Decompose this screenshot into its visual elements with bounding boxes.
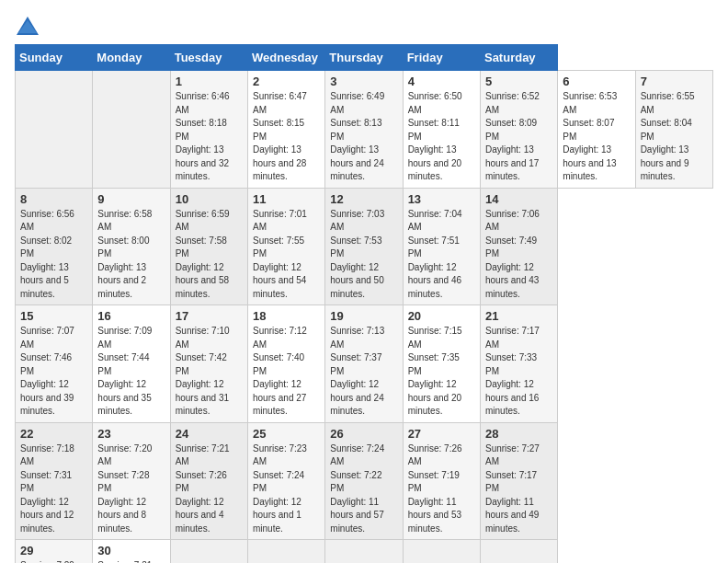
weekday-header-monday: Monday	[93, 45, 170, 71]
calendar-cell: 25Sunrise: 7:23 AMSunset: 7:24 PMDayligh…	[247, 422, 324, 540]
day-number: 4	[408, 75, 475, 88]
day-number: 27	[408, 427, 475, 441]
day-info: Sunrise: 6:46 AMSunset: 8:18 PMDaylight:…	[176, 90, 243, 184]
day-info: Sunrise: 7:27 AMSunset: 7:17 PMDaylight:…	[485, 442, 552, 536]
calendar-cell: 26Sunrise: 7:24 AMSunset: 7:22 PMDayligh…	[325, 422, 403, 540]
day-info: Sunrise: 6:47 AMSunset: 8:15 PMDaylight:…	[253, 90, 320, 184]
day-info: Sunrise: 6:52 AMSunset: 8:09 PMDaylight:…	[485, 90, 552, 184]
day-info: Sunrise: 7:04 AMSunset: 7:51 PMDaylight:…	[408, 208, 475, 302]
calendar-cell	[170, 540, 247, 564]
calendar-cell: 30Sunrise: 7:31 AMSunset: 7:13 PMDayligh…	[93, 540, 170, 564]
day-info: Sunrise: 7:10 AMSunset: 7:42 PMDaylight:…	[176, 325, 243, 419]
day-number: 30	[97, 544, 165, 557]
day-info: Sunrise: 7:01 AMSunset: 7:55 PMDaylight:…	[253, 208, 320, 302]
day-number: 22	[20, 427, 87, 441]
day-info: Sunrise: 6:49 AMSunset: 8:13 PMDaylight:…	[330, 90, 397, 184]
logo-icon	[15, 15, 40, 37]
day-number: 17	[176, 309, 243, 323]
calendar-cell: 17Sunrise: 7:10 AMSunset: 7:42 PMDayligh…	[170, 305, 247, 423]
weekday-header-sunday: Sunday	[16, 45, 93, 71]
day-number: 20	[408, 309, 475, 323]
calendar-cell	[403, 540, 480, 564]
weekday-header-wednesday: Wednesday	[247, 45, 324, 71]
day-info: Sunrise: 7:31 AMSunset: 7:13 PMDaylight:…	[97, 559, 165, 563]
day-info: Sunrise: 7:07 AMSunset: 7:46 PMDaylight:…	[20, 325, 87, 419]
day-info: Sunrise: 7:20 AMSunset: 7:28 PMDaylight:…	[97, 442, 165, 536]
day-number: 18	[253, 309, 320, 323]
calendar-cell: 20Sunrise: 7:15 AMSunset: 7:35 PMDayligh…	[403, 305, 480, 423]
day-number: 29	[20, 544, 87, 557]
day-info: Sunrise: 7:26 AMSunset: 7:19 PMDaylight:…	[408, 442, 475, 536]
day-info: Sunrise: 7:03 AMSunset: 7:53 PMDaylight:…	[330, 208, 397, 302]
day-info: Sunrise: 6:58 AMSunset: 8:00 PMDaylight:…	[97, 208, 165, 302]
calendar-cell	[247, 540, 324, 564]
day-number: 21	[485, 309, 552, 323]
day-number: 19	[330, 309, 397, 323]
day-info: Sunrise: 7:29 AMSunset: 7:15 PMDaylight:…	[20, 559, 87, 563]
calendar-cell	[325, 540, 403, 564]
day-number: 7	[641, 75, 708, 88]
calendar-week-2: 8Sunrise: 6:56 AMSunset: 8:02 PMDaylight…	[16, 188, 713, 305]
calendar-table: SundayMondayTuesdayWednesdayThursdayFrid…	[15, 44, 713, 563]
day-info: Sunrise: 7:24 AMSunset: 7:22 PMDaylight:…	[330, 442, 397, 536]
calendar-cell	[480, 540, 557, 564]
day-number: 9	[97, 192, 165, 206]
calendar-cell: 24Sunrise: 7:21 AMSunset: 7:26 PMDayligh…	[170, 422, 247, 540]
day-number: 14	[485, 192, 552, 206]
calendar-cell: 27Sunrise: 7:26 AMSunset: 7:19 PMDayligh…	[403, 422, 480, 540]
day-number: 13	[408, 192, 475, 206]
weekday-header-friday: Friday	[403, 45, 480, 71]
weekday-header-saturday: Saturday	[480, 45, 557, 71]
day-info: Sunrise: 7:18 AMSunset: 7:31 PMDaylight:…	[20, 442, 87, 536]
calendar-cell: 22Sunrise: 7:18 AMSunset: 7:31 PMDayligh…	[16, 422, 93, 540]
day-info: Sunrise: 7:12 AMSunset: 7:40 PMDaylight:…	[253, 325, 320, 419]
calendar-cell: 12Sunrise: 7:03 AMSunset: 7:53 PMDayligh…	[325, 188, 403, 305]
calendar-cell: 18Sunrise: 7:12 AMSunset: 7:40 PMDayligh…	[247, 305, 324, 423]
calendar-cell: 16Sunrise: 7:09 AMSunset: 7:44 PMDayligh…	[93, 305, 170, 423]
calendar-cell: 8Sunrise: 6:56 AMSunset: 8:02 PMDaylight…	[16, 188, 93, 305]
calendar-cell: 14Sunrise: 7:06 AMSunset: 7:49 PMDayligh…	[480, 188, 557, 305]
day-number: 15	[20, 309, 87, 323]
calendar-cell: 21Sunrise: 7:17 AMSunset: 7:33 PMDayligh…	[480, 305, 557, 423]
day-number: 24	[176, 427, 243, 441]
calendar-week-4: 22Sunrise: 7:18 AMSunset: 7:31 PMDayligh…	[16, 422, 713, 540]
calendar-cell: 5Sunrise: 6:52 AMSunset: 8:09 PMDaylight…	[480, 71, 557, 189]
calendar-cell: 15Sunrise: 7:07 AMSunset: 7:46 PMDayligh…	[16, 305, 93, 423]
calendar-cell: 9Sunrise: 6:58 AMSunset: 8:00 PMDaylight…	[93, 188, 170, 305]
calendar-cell: 19Sunrise: 7:13 AMSunset: 7:37 PMDayligh…	[325, 305, 403, 423]
day-info: Sunrise: 7:09 AMSunset: 7:44 PMDaylight:…	[97, 325, 165, 419]
day-number: 23	[97, 427, 165, 441]
day-number: 25	[253, 427, 320, 441]
day-number: 26	[330, 427, 397, 441]
day-number: 1	[176, 75, 243, 88]
calendar-cell: 4Sunrise: 6:50 AMSunset: 8:11 PMDaylight…	[403, 71, 480, 189]
weekday-header-tuesday: Tuesday	[170, 45, 247, 71]
weekday-header-thursday: Thursday	[325, 45, 403, 71]
day-number: 10	[176, 192, 243, 206]
logo	[15, 15, 44, 37]
calendar-cell: 23Sunrise: 7:20 AMSunset: 7:28 PMDayligh…	[93, 422, 170, 540]
calendar-cell: 10Sunrise: 6:59 AMSunset: 7:58 PMDayligh…	[170, 188, 247, 305]
day-info: Sunrise: 7:13 AMSunset: 7:37 PMDaylight:…	[330, 325, 397, 419]
calendar-cell: 11Sunrise: 7:01 AMSunset: 7:55 PMDayligh…	[247, 188, 324, 305]
calendar-cell	[93, 71, 170, 189]
calendar-cell: 3Sunrise: 6:49 AMSunset: 8:13 PMDaylight…	[325, 71, 403, 189]
calendar-cell: 7Sunrise: 6:55 AMSunset: 8:04 PMDaylight…	[635, 71, 712, 189]
day-info: Sunrise: 7:17 AMSunset: 7:33 PMDaylight:…	[485, 325, 552, 419]
calendar-week-5: 29Sunrise: 7:29 AMSunset: 7:15 PMDayligh…	[16, 540, 713, 564]
day-number: 3	[330, 75, 397, 88]
day-info: Sunrise: 7:23 AMSunset: 7:24 PMDaylight:…	[253, 442, 320, 536]
calendar-cell: 29Sunrise: 7:29 AMSunset: 7:15 PMDayligh…	[16, 540, 93, 564]
day-info: Sunrise: 6:59 AMSunset: 7:58 PMDaylight:…	[176, 208, 243, 302]
day-number: 6	[563, 75, 630, 88]
calendar-week-3: 15Sunrise: 7:07 AMSunset: 7:46 PMDayligh…	[16, 305, 713, 423]
day-number: 16	[97, 309, 165, 323]
day-info: Sunrise: 7:21 AMSunset: 7:26 PMDaylight:…	[176, 442, 243, 536]
calendar-cell: 2Sunrise: 6:47 AMSunset: 8:15 PMDaylight…	[247, 71, 324, 189]
day-info: Sunrise: 6:56 AMSunset: 8:02 PMDaylight:…	[20, 208, 87, 302]
day-number: 12	[330, 192, 397, 206]
calendar-cell	[16, 71, 93, 189]
svg-marker-1	[18, 20, 37, 33]
day-info: Sunrise: 7:06 AMSunset: 7:49 PMDaylight:…	[485, 208, 552, 302]
calendar-cell: 1Sunrise: 6:46 AMSunset: 8:18 PMDaylight…	[170, 71, 247, 189]
